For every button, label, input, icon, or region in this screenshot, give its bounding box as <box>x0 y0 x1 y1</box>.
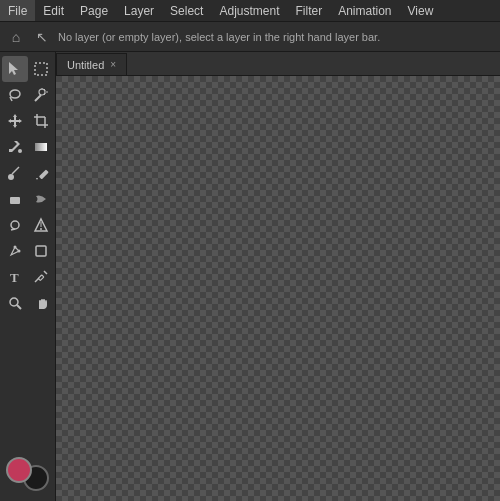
marquee-tool[interactable] <box>28 56 54 82</box>
svg-rect-1 <box>35 63 47 75</box>
hand-tool[interactable] <box>28 290 54 316</box>
svg-point-19 <box>8 174 14 180</box>
pencil-tool[interactable] <box>28 160 54 186</box>
svg-point-27 <box>40 228 42 230</box>
menu-animation[interactable]: Animation <box>330 0 399 21</box>
eraser-tool[interactable] <box>2 186 28 212</box>
zoom-tool[interactable] <box>2 290 28 316</box>
svg-rect-20 <box>38 169 48 179</box>
svg-text:T: T <box>10 270 19 285</box>
menu-layer[interactable]: Layer <box>116 0 162 21</box>
move-tool[interactable] <box>2 108 28 134</box>
canvas-content[interactable] <box>56 76 500 501</box>
document-tab[interactable]: Untitled × <box>56 53 127 75</box>
svg-point-28 <box>13 246 16 249</box>
foreground-color-swatch[interactable] <box>6 457 32 483</box>
main-area: T Untitled × <box>0 52 500 501</box>
svg-point-35 <box>10 298 18 306</box>
svg-rect-22 <box>10 197 20 204</box>
svg-marker-10 <box>8 114 22 128</box>
svg-point-29 <box>17 250 20 253</box>
lasso-tool[interactable] <box>2 82 28 108</box>
tab-close-button[interactable]: × <box>110 59 116 70</box>
menu-file[interactable]: File <box>0 0 35 21</box>
smudge-tool[interactable] <box>28 186 54 212</box>
gradient-tool[interactable] <box>28 134 54 160</box>
cursor-icon: ↖ <box>32 27 52 47</box>
checkerboard-background <box>56 76 500 501</box>
menu-select[interactable]: Select <box>162 0 211 21</box>
svg-line-18 <box>12 167 19 174</box>
menu-bar: File Edit Page Layer Select Adjustment F… <box>0 0 500 22</box>
dodge-tool[interactable] <box>2 212 28 238</box>
canvas-area: Untitled × <box>56 52 500 501</box>
svg-line-4 <box>35 95 41 101</box>
svg-rect-17 <box>35 143 47 151</box>
svg-line-32 <box>44 271 47 274</box>
svg-rect-33 <box>38 275 44 281</box>
eyedropper-tool[interactable] <box>28 264 54 290</box>
color-swatches <box>0 451 55 501</box>
options-message: No layer (or empty layer), select a laye… <box>58 31 494 43</box>
home-icon[interactable]: ⌂ <box>6 27 26 47</box>
svg-marker-0 <box>9 62 18 75</box>
svg-line-24 <box>11 229 15 230</box>
menu-adjustment[interactable]: Adjustment <box>211 0 287 21</box>
crop-tool[interactable] <box>28 108 54 134</box>
menu-page[interactable]: Page <box>72 0 116 21</box>
sharpen-tool[interactable] <box>28 212 54 238</box>
svg-line-34 <box>35 278 39 282</box>
menu-edit[interactable]: Edit <box>35 0 72 21</box>
svg-line-36 <box>17 305 21 309</box>
svg-point-23 <box>11 221 19 229</box>
text-tool[interactable]: T <box>2 264 28 290</box>
menu-view[interactable]: View <box>400 0 442 21</box>
svg-point-16 <box>18 149 22 153</box>
svg-rect-30 <box>36 246 46 256</box>
brush-tool[interactable] <box>2 160 28 186</box>
shape-tool[interactable] <box>28 238 54 264</box>
options-bar: ⌂ ↖ No layer (or empty layer), select a … <box>0 22 500 52</box>
magic-wand-tool[interactable] <box>28 82 54 108</box>
svg-point-2 <box>10 90 20 98</box>
svg-marker-21 <box>36 178 38 180</box>
menu-filter[interactable]: Filter <box>287 0 330 21</box>
tab-title: Untitled <box>67 59 104 71</box>
pen-tool[interactable] <box>2 238 28 264</box>
tab-bar: Untitled × <box>56 52 500 76</box>
toolbox: T <box>0 52 56 501</box>
select-tool[interactable] <box>2 56 28 82</box>
paint-bucket-tool[interactable] <box>2 134 28 160</box>
